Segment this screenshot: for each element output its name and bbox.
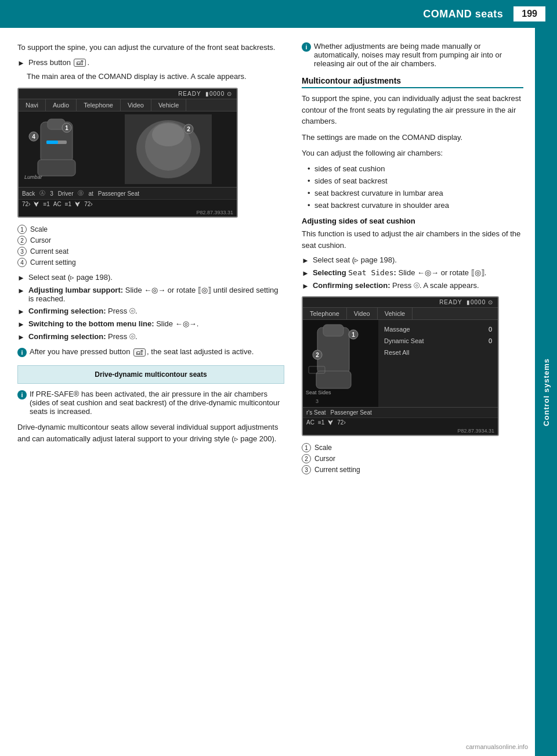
seat-num3: 3 bbox=[316, 398, 319, 404]
arrow-2: ► bbox=[17, 286, 25, 295]
comand-right-area: 2 bbox=[100, 111, 237, 187]
legend-1: 1 Scale 2 Cursor 3 Current seat 4 Curren… bbox=[17, 225, 284, 267]
adj-arrow-2: ► bbox=[302, 269, 309, 278]
instr-confirm-1: ► Confirming selection: Press ⦾. bbox=[17, 307, 284, 316]
info-whether: i Whether adjustments are being made man… bbox=[302, 42, 523, 68]
comand2-top-bar: READY ▮0000 ⊙ bbox=[303, 297, 498, 308]
multicontour-heading: Multicontour adjustments bbox=[302, 76, 523, 88]
info-icon-2: i bbox=[17, 390, 27, 399]
svg-rect-2 bbox=[38, 160, 75, 176]
instr-lumbar: ► Adjusting lumbar support: Slide ←◎→ or… bbox=[17, 286, 284, 303]
legend-label-2: Cursor bbox=[30, 236, 51, 244]
info-after-pressed: i After you have pressed button 🛋, the s… bbox=[17, 347, 284, 357]
footer-site: carmanualsonline.info bbox=[466, 743, 528, 750]
legend-2: 1 Scale 2 Cursor 3 Current setting bbox=[302, 443, 523, 474]
nav2-video: Video bbox=[347, 308, 378, 319]
right-column: i Whether adjustments are being made man… bbox=[302, 42, 523, 476]
legend-label-4: Current setting bbox=[30, 258, 76, 267]
page-title: COMAND seats bbox=[423, 8, 503, 20]
drivers-seat-label: r's Seat bbox=[306, 409, 326, 416]
multicontour-p2: The settings are made on the COMAND disp… bbox=[302, 132, 523, 143]
val2-1: AC bbox=[306, 419, 314, 426]
lumbar-label: Lumbar bbox=[24, 174, 42, 180]
icon-2: ⮟ bbox=[75, 201, 81, 207]
drive-dynamic-text: Drive-dynamic multicontour seats allow s… bbox=[17, 422, 284, 444]
legend-cursor: 2 Cursor bbox=[17, 236, 284, 245]
circle2: Ⓑ bbox=[78, 189, 84, 197]
btn-icon-inline: 🛋 bbox=[133, 348, 146, 357]
legend2-label-3: Current setting bbox=[314, 466, 360, 474]
legend2-label-1: Scale bbox=[314, 444, 332, 452]
svg-text:1: 1 bbox=[65, 125, 68, 131]
menu-row-reset: Reset All bbox=[384, 348, 492, 357]
svg-text:1: 1 bbox=[352, 332, 355, 338]
seat-sides-label: Seat Sides bbox=[306, 390, 331, 395]
footer-logo: carmanualsonline.info bbox=[466, 743, 528, 750]
svg-rect-4 bbox=[46, 141, 58, 144]
legend-label-3: Current seat bbox=[30, 247, 68, 255]
icon2-1: ⮟ bbox=[328, 419, 334, 426]
instr-text-2: Adjusting lumbar support: Slide ←◎→ or r… bbox=[28, 286, 284, 303]
nav-navi: Navi bbox=[19, 99, 46, 111]
right-tab: Control systems bbox=[535, 28, 557, 756]
svg-text:2: 2 bbox=[316, 352, 319, 358]
info-icon-1: i bbox=[17, 348, 27, 357]
back-label: Back bbox=[22, 190, 35, 197]
legend-scale: 1 Scale bbox=[17, 225, 284, 234]
passenger-label: Passenger Seat bbox=[98, 190, 233, 197]
svg-point-12 bbox=[152, 123, 185, 146]
press-button-line: ► Press button 🛋. bbox=[17, 58, 284, 67]
nav-video: Video bbox=[121, 99, 151, 111]
val-1: 72› bbox=[22, 201, 30, 207]
adjusting-intro: This function is used to adjust the air … bbox=[302, 228, 523, 251]
menu-row-massage: Massage 0 bbox=[384, 325, 492, 334]
multicontour-p1: To support the spine, you can individual… bbox=[302, 93, 523, 127]
val-2: ≡1 bbox=[43, 201, 49, 207]
legend2-num-1: 1 bbox=[302, 443, 311, 452]
nav-vehicle: Vehicle bbox=[151, 99, 186, 111]
comand2-nav-bar: Telephone Video Vehicle bbox=[303, 308, 498, 320]
info-icon-3: i bbox=[302, 42, 311, 52]
comand-display-2: READY ▮0000 ⊙ Telephone Video Vehicle bbox=[302, 296, 499, 436]
instr-switch-bottom: ► Switching to the bottom menu line: Sli… bbox=[17, 319, 284, 329]
info-whether-text: Whether adjustments are being made manua… bbox=[314, 42, 523, 68]
comand2-status: READY ▮0000 ⊙ bbox=[439, 299, 493, 305]
svg-rect-17 bbox=[316, 371, 351, 388]
adj-arrow-1: ► bbox=[302, 256, 309, 265]
comand2-bottom-bar: r's Seat Passenger Seat bbox=[303, 407, 498, 417]
arrow-5: ► bbox=[17, 333, 25, 341]
air-chambers-list: sides of seat cushion sides of seat back… bbox=[308, 164, 523, 211]
comand-display-1: READY ▮0000 ⊙ Navi Audio Telephone Video… bbox=[17, 88, 238, 218]
adj-text-3: Confirming selection: Press ⦾. A scale a… bbox=[313, 281, 479, 290]
val-5: 72› bbox=[84, 201, 92, 207]
chamber-1: sides of seat cushion bbox=[308, 164, 523, 174]
content-area: To support the spine, you can adjust the… bbox=[0, 28, 535, 490]
reset-label: Reset All bbox=[384, 349, 409, 356]
header-bar: COMAND seats 199 bbox=[0, 0, 557, 28]
instr-text-5: Confirming selection: Press ⦾. bbox=[28, 332, 138, 341]
info-pressed-text: After you have pressed button 🛋, the sea… bbox=[30, 347, 254, 357]
legend-num-1: 1 bbox=[17, 225, 27, 234]
seat-diagram: 1 4 Lumbar bbox=[23, 116, 95, 181]
svg-rect-16 bbox=[323, 325, 343, 336]
nav-telephone: Telephone bbox=[77, 99, 121, 111]
comand-value-row: 72› ⮟ ≡1 AC ≡1 ⮟ 72› bbox=[19, 199, 237, 208]
main-area-text: The main area of the COMAND display is a… bbox=[27, 71, 284, 82]
arrow-3: ► bbox=[17, 307, 25, 316]
passenger-label-2: Passenger Seat bbox=[331, 409, 494, 416]
instr-text-1: Select seat (▹ page 198). bbox=[28, 273, 113, 282]
comand2-left: 1 2 Seat Sides 3 bbox=[303, 320, 378, 407]
val-4: ≡1 bbox=[65, 201, 71, 207]
comand-top-bar: READY ▮0000 ⊙ bbox=[19, 89, 237, 99]
instr-select-seat: ► Select seat (▹ page 198). bbox=[17, 273, 284, 282]
multicontour-heading-text: Multicontour adjustments bbox=[302, 76, 401, 85]
seat-svg: 1 4 bbox=[23, 116, 93, 180]
legend-num-3: 3 bbox=[17, 247, 27, 256]
drive-dynamic-box: Drive-dynamic multicontour seats bbox=[17, 365, 284, 384]
comand-left-area: 1 4 Lumbar bbox=[19, 111, 100, 187]
instr-text-3: Confirming selection: Press ⦾. bbox=[28, 307, 138, 316]
adj-text-2: Selecting Seat Sides: Slide ←◎→ or rotat… bbox=[313, 268, 486, 277]
adj-instr-2: ► Selecting Seat Sides: Slide ←◎→ or rot… bbox=[302, 268, 523, 278]
svg-text:4: 4 bbox=[32, 134, 35, 140]
chamber-2: sides of seat backrest bbox=[308, 176, 523, 186]
